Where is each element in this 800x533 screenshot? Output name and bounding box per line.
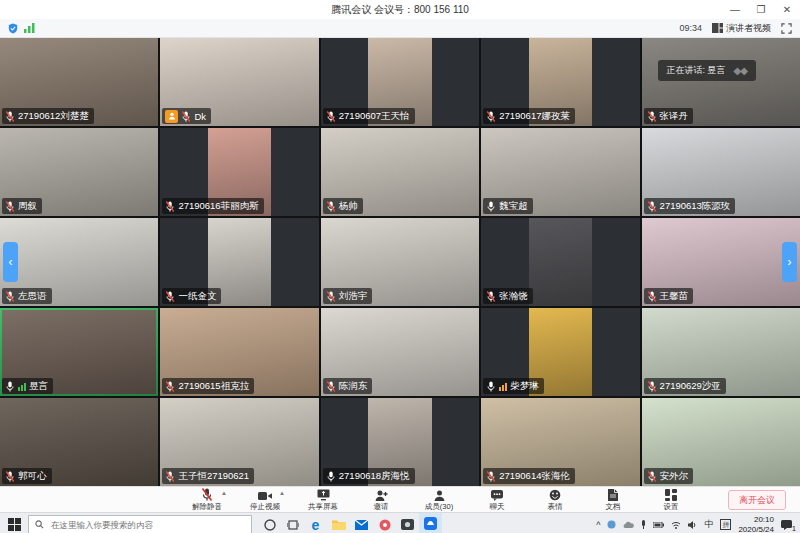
video-tile[interactable]: 昱言 xyxy=(0,308,158,396)
next-page-arrow[interactable]: › xyxy=(782,242,797,282)
video-tile[interactable]: 王馨苗 xyxy=(642,218,800,306)
tray-expand-caret[interactable]: ^ xyxy=(596,520,600,530)
video-tile[interactable]: 张译丹正在讲话: 昱言◆◆ xyxy=(642,38,800,126)
windows-taskbar: e ^ 中 拼 20:102020/5/24 1 xyxy=(0,512,800,533)
participant-name: 王子恒27190621 xyxy=(178,470,249,483)
participant-name: 王馨苗 xyxy=(660,290,689,303)
cortana-icon[interactable] xyxy=(258,513,281,533)
mic-muted-icon xyxy=(5,291,15,302)
pink-app-icon[interactable] xyxy=(373,513,396,533)
toolbar-button-label: 解除静音 xyxy=(192,502,222,512)
participant-name-label: 27190618房海悦 xyxy=(323,468,415,484)
video-tile[interactable]: 安外尔 xyxy=(642,398,800,486)
video-tile[interactable]: 27190617娜孜莱 xyxy=(481,38,639,126)
toolbar-invite-button[interactable]: 邀请 xyxy=(359,488,403,512)
host-badge xyxy=(165,110,178,123)
participant-name-label: 张瀚饶 xyxy=(483,288,533,304)
maximize-button[interactable]: ❐ xyxy=(748,0,774,19)
mic-icon xyxy=(5,381,15,392)
toolbar-button-label: 表情 xyxy=(548,502,563,512)
toolbar-button-label: 聊天 xyxy=(490,502,505,512)
toolbar-camera-button[interactable]: ▲停止视频 xyxy=(243,488,287,512)
tray-mic-icon[interactable] xyxy=(641,520,646,529)
participant-name-label: 郭可心 xyxy=(2,468,52,484)
toolbar-chat-button[interactable]: 聊天 xyxy=(475,488,519,512)
video-tile[interactable]: 27190607王天怡 xyxy=(321,38,479,126)
task-view-icon[interactable] xyxy=(281,513,304,533)
participant-name: 27190615祖克拉 xyxy=(178,380,249,393)
notification-center-icon[interactable]: 1 xyxy=(781,520,792,530)
mic-muted-icon xyxy=(5,471,15,482)
file-explorer-icon[interactable] xyxy=(327,513,350,533)
toolbar-button-label: 成员(30) xyxy=(425,502,453,512)
video-tile[interactable]: 郭可心 xyxy=(0,398,158,486)
video-tile[interactable]: 柴梦琳 xyxy=(481,308,639,396)
mail-app-icon[interactable] xyxy=(350,513,373,533)
host-icon xyxy=(168,112,176,120)
minimize-button[interactable]: — xyxy=(722,0,748,19)
speaker-view-toggle[interactable]: 演讲者视频 xyxy=(712,22,771,35)
options-caret-icon[interactable]: ▲ xyxy=(221,490,227,496)
participant-name-label: 27190612刘楚楚 xyxy=(2,108,94,124)
search-input[interactable] xyxy=(49,519,245,531)
mic-icon xyxy=(486,381,496,392)
toolbar-doc-button[interactable]: 文档 xyxy=(591,488,635,512)
video-tile[interactable]: 魏宝超 xyxy=(481,128,639,216)
close-button[interactable]: ✕ xyxy=(774,0,800,19)
mic-muted-icon xyxy=(165,381,175,392)
video-tile[interactable]: 27190615祖克拉 xyxy=(160,308,318,396)
volume-level-icon xyxy=(499,382,507,391)
options-caret-icon[interactable]: ▲ xyxy=(279,490,285,496)
security-shield-icon[interactable] xyxy=(8,23,18,34)
video-tile[interactable]: Dk xyxy=(160,38,318,126)
video-tile[interactable]: 周叙 xyxy=(0,128,158,216)
ime-language-indicator[interactable]: 中 xyxy=(704,518,713,531)
fullscreen-icon[interactable] xyxy=(781,23,792,34)
start-button[interactable] xyxy=(0,518,28,531)
video-tile[interactable]: 杨帅 xyxy=(321,128,479,216)
video-tile[interactable]: 张瀚饶 xyxy=(481,218,639,306)
wifi-icon[interactable] xyxy=(671,521,681,529)
taskbar-search[interactable] xyxy=(28,515,252,533)
video-tile[interactable]: 27190629沙亚 xyxy=(642,308,800,396)
video-tile[interactable]: 刘浩宇 xyxy=(321,218,479,306)
toolbar-emoji-button[interactable]: 表情 xyxy=(533,488,577,512)
camera-icon xyxy=(258,488,272,501)
battery-icon[interactable] xyxy=(653,522,664,528)
participant-name: 陈润东 xyxy=(339,380,368,393)
toolbar-member-button[interactable]: 成员(30) xyxy=(417,488,461,512)
network-signal-icon[interactable] xyxy=(24,23,35,33)
video-tile[interactable]: 一纸金文 xyxy=(160,218,318,306)
leave-meeting-button[interactable]: 离开会议 xyxy=(728,490,786,510)
video-tile[interactable]: 27190616菲丽肉斯 xyxy=(160,128,318,216)
participant-name-label: 周叙 xyxy=(2,198,42,214)
video-feed xyxy=(529,218,592,306)
camera-app-icon[interactable] xyxy=(396,513,419,533)
tray-app-icon[interactable] xyxy=(607,520,616,529)
participant-name: 左思语 xyxy=(18,290,47,303)
tencent-meeting-app-icon[interactable] xyxy=(419,513,442,533)
taskbar-clock[interactable]: 20:102020/5/24 xyxy=(738,515,774,533)
toolbar-mic-muted-button[interactable]: ▲解除静音 xyxy=(185,488,229,512)
video-tile[interactable]: 27190613陈源玫 xyxy=(642,128,800,216)
video-tile[interactable]: 27190618房海悦 xyxy=(321,398,479,486)
toolbar-settings-button[interactable]: 设置 xyxy=(649,488,693,512)
volume-icon[interactable] xyxy=(688,521,697,529)
video-tile[interactable]: 27190614张海伦 xyxy=(481,398,639,486)
toolbar-screen-button[interactable]: 共享屏幕 xyxy=(301,488,345,512)
participant-name-label: 27190607王天怡 xyxy=(323,108,415,124)
emoji-icon xyxy=(549,488,561,501)
previous-page-arrow[interactable]: ‹ xyxy=(3,242,18,282)
participant-name-label: Dk xyxy=(162,108,211,124)
mic-muted-icon xyxy=(647,291,657,302)
mic-muted-icon xyxy=(165,471,175,482)
video-tile[interactable]: 王子恒27190621 xyxy=(160,398,318,486)
ime-mode-indicator[interactable]: 拼 xyxy=(720,519,731,530)
video-tile[interactable]: 陈润东 xyxy=(321,308,479,396)
onedrive-cloud-icon[interactable] xyxy=(623,521,634,528)
edge-browser-icon[interactable]: e xyxy=(304,513,327,533)
video-tile[interactable]: 左思语 xyxy=(0,218,158,306)
mic-muted-icon xyxy=(486,111,496,122)
video-tile[interactable]: 27190612刘楚楚 xyxy=(0,38,158,126)
participant-name-label: 刘浩宇 xyxy=(323,288,373,304)
